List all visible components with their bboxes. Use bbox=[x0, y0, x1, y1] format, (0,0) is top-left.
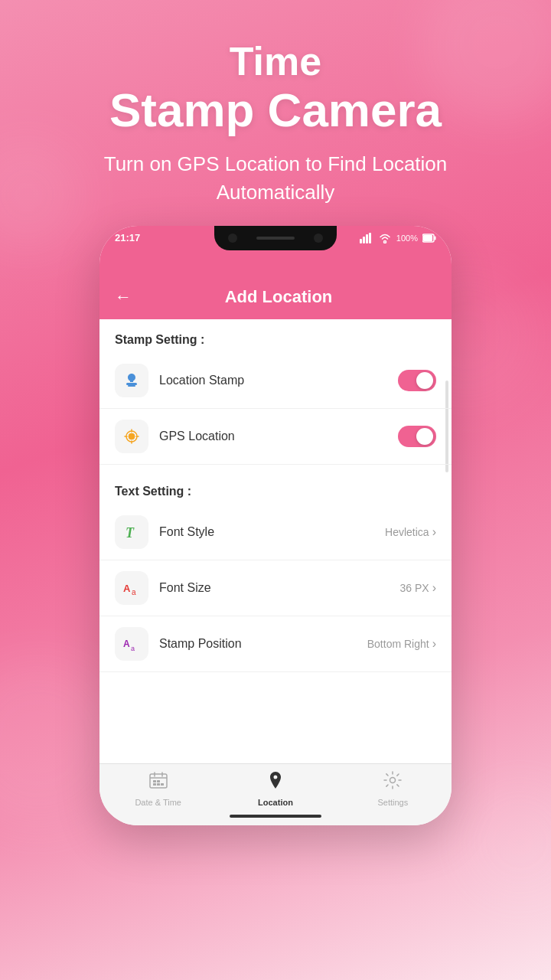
nav-item-datetime[interactable]: Date & Time bbox=[99, 770, 217, 807]
svg-rect-5 bbox=[423, 235, 432, 241]
nav-item-location[interactable]: Location bbox=[217, 770, 334, 807]
status-icons: 100% bbox=[360, 233, 436, 243]
svg-rect-24 bbox=[153, 780, 156, 782]
speaker bbox=[256, 237, 295, 240]
svg-point-29 bbox=[390, 778, 396, 783]
status-time: 21:17 bbox=[115, 232, 140, 243]
nav-settings-label: Settings bbox=[377, 798, 408, 807]
stamp-pos-icon-circle: A a bbox=[115, 627, 148, 661]
font-style-chevron: › bbox=[432, 525, 436, 539]
font-style-row[interactable]: T Font Style Hevletica › bbox=[99, 505, 452, 560]
nav-location-label: Location bbox=[258, 798, 293, 807]
header-line2: Stamp Camera bbox=[0, 84, 551, 136]
svg-rect-6 bbox=[435, 236, 436, 240]
svg-text:a: a bbox=[131, 645, 135, 652]
svg-text:A: A bbox=[123, 639, 130, 649]
back-button[interactable]: ← bbox=[115, 287, 132, 307]
svg-rect-28 bbox=[161, 783, 164, 786]
svg-text:A: A bbox=[123, 583, 131, 594]
font-style-icon-circle: T bbox=[115, 515, 148, 549]
font-size-icon-circle: A a bbox=[115, 571, 148, 605]
svg-rect-26 bbox=[153, 783, 156, 786]
sensor bbox=[314, 234, 323, 243]
svg-rect-27 bbox=[157, 783, 160, 786]
bottom-nav: Date & Time Location bbox=[99, 763, 452, 810]
font-size-label: Font Size bbox=[159, 581, 400, 595]
location-pin-icon bbox=[266, 770, 285, 795]
front-camera bbox=[228, 234, 237, 243]
stamp-position-label: Stamp Position bbox=[159, 637, 367, 651]
text-setting-label: Text Setting : bbox=[99, 471, 452, 505]
font-size-row[interactable]: A a Font Size 36 PX › bbox=[99, 560, 452, 616]
location-stamp-label: Location Stamp bbox=[159, 374, 398, 387]
page-title: Add Location bbox=[144, 287, 413, 307]
home-bar bbox=[230, 815, 321, 818]
location-stamp-toggle[interactable] bbox=[398, 370, 436, 391]
nav-item-settings[interactable]: Settings bbox=[334, 770, 452, 807]
page-header: ← Add Location bbox=[99, 279, 452, 319]
location-stamp-icon-circle bbox=[115, 364, 148, 397]
svg-text:a: a bbox=[132, 588, 136, 596]
stamp-position-value: Bottom Right bbox=[367, 638, 429, 650]
battery-text: 100% bbox=[396, 234, 418, 243]
svg-point-9 bbox=[129, 433, 135, 439]
phone-notch bbox=[214, 226, 337, 250]
phone-mockup: 21:17 100% bbox=[99, 226, 452, 825]
svg-text:T: T bbox=[126, 525, 135, 541]
font-size-chevron: › bbox=[432, 581, 436, 595]
font-style-value: Hevletica bbox=[385, 526, 429, 538]
gps-location-row[interactable]: GPS Location bbox=[99, 409, 452, 465]
gps-location-label: GPS Location bbox=[159, 430, 398, 443]
header-subtitle: Turn on GPS Location to Find Location Au… bbox=[0, 136, 551, 206]
header-line1: Time bbox=[0, 38, 551, 84]
svg-rect-7 bbox=[126, 383, 137, 385]
svg-rect-0 bbox=[360, 239, 362, 243]
home-indicator bbox=[99, 810, 452, 825]
svg-rect-25 bbox=[157, 780, 160, 782]
font-size-value: 36 PX bbox=[400, 582, 429, 594]
svg-rect-8 bbox=[128, 385, 135, 387]
stamp-setting-label: Stamp Setting : bbox=[99, 319, 452, 353]
gear-icon bbox=[383, 770, 403, 795]
stamp-position-chevron: › bbox=[432, 637, 436, 651]
nav-datetime-label: Date & Time bbox=[135, 798, 181, 807]
gps-location-toggle[interactable] bbox=[398, 426, 436, 447]
svg-rect-2 bbox=[366, 234, 368, 243]
svg-rect-3 bbox=[369, 233, 371, 243]
stamp-position-row[interactable]: A a Stamp Position Bottom Right › bbox=[99, 616, 452, 672]
location-stamp-row[interactable]: Location Stamp bbox=[99, 353, 452, 409]
svg-rect-1 bbox=[363, 237, 365, 243]
gps-icon-circle bbox=[115, 420, 148, 453]
font-style-label: Font Style bbox=[159, 525, 385, 539]
calendar-icon bbox=[148, 770, 168, 795]
app-header: Time Stamp Camera bbox=[0, 0, 551, 136]
